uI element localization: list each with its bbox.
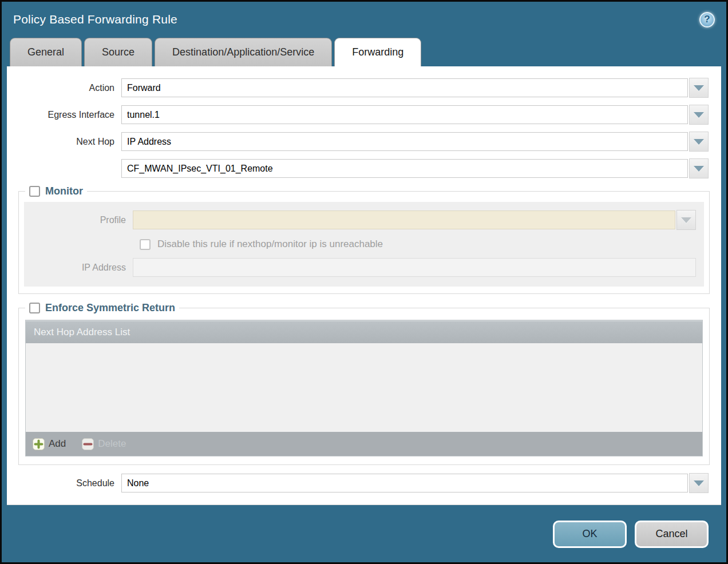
next-hop-type-value: IP Address <box>127 137 171 147</box>
chevron-down-icon <box>681 217 691 223</box>
next-hop-address-list-header: Next Hop Address List <box>26 320 702 343</box>
schedule-value: None <box>127 478 149 488</box>
schedule-input[interactable]: None <box>121 474 688 492</box>
chevron-down-icon <box>694 166 704 172</box>
tab-general[interactable]: General <box>10 38 82 66</box>
enforce-symmetric-return-fieldset: Enforce Symmetric Return Next Hop Addres… <box>18 302 710 465</box>
delete-button: Delete <box>82 438 126 450</box>
monitor-checkbox[interactable] <box>29 186 40 197</box>
egress-interface-dropdown-button[interactable] <box>689 105 709 125</box>
egress-interface-value: tunnel.1 <box>127 110 160 120</box>
enforce-symmetric-return-legend: Enforce Symmetric Return <box>25 302 179 314</box>
next-hop-row: Next Hop IP Address <box>7 132 709 152</box>
next-hop-address-list-header-label: Next Hop Address List <box>34 327 130 338</box>
schedule-dropdown-button[interactable] <box>689 473 709 493</box>
monitor-ip-address-input <box>133 258 696 277</box>
next-hop-address-list-toolbar: Add Delete <box>26 432 702 456</box>
next-hop-type-input[interactable]: IP Address <box>121 132 688 151</box>
cancel-button[interactable]: Cancel <box>635 521 709 548</box>
next-hop-address-input[interactable]: CF_MWAN_IPsec_VTI_01_Remote <box>121 159 688 178</box>
monitor-legend: Monitor <box>25 185 87 197</box>
next-hop-address-value: CF_MWAN_IPsec_VTI_01_Remote <box>127 164 273 174</box>
chevron-down-icon <box>694 85 704 91</box>
profile-input <box>133 210 675 229</box>
tab-source[interactable]: Source <box>84 38 152 66</box>
add-button-label: Add <box>49 438 66 450</box>
next-hop-address-list-body <box>26 343 702 432</box>
egress-interface-input[interactable]: tunnel.1 <box>121 105 688 124</box>
monitor-ip-address-row: IP Address <box>24 258 696 277</box>
disable-rule-row: Disable this rule if nexthop/monitor ip … <box>24 239 704 250</box>
add-button[interactable]: Add <box>33 438 66 450</box>
profile-row: Profile <box>24 210 696 230</box>
monitor-panel: Profile Disable this rule if nexthop/mon… <box>24 202 704 287</box>
monitor-fieldset: Monitor Profile Disable this rule if nex… <box>18 185 710 294</box>
schedule-row: Schedule None <box>7 473 709 493</box>
profile-label: Profile <box>24 215 133 225</box>
tab-bar: General Source Destination/Application/S… <box>2 37 726 66</box>
add-icon <box>33 438 45 450</box>
action-row: Action Forward <box>7 78 709 98</box>
egress-interface-label: Egress Interface <box>7 110 121 120</box>
dialog-footer: OK Cancel <box>2 506 726 562</box>
next-hop-label: Next Hop <box>7 137 121 147</box>
action-value: Forward <box>127 83 161 93</box>
chevron-down-icon <box>694 139 704 145</box>
delete-icon <box>82 438 94 450</box>
disable-rule-label: Disable this rule if nexthop/monitor ip … <box>157 239 383 250</box>
next-hop-dropdown-button[interactable] <box>689 132 709 152</box>
forwarding-tab-panel: Action Forward Egress Interface tunnel.1… <box>7 66 721 505</box>
enforce-symmetric-return-checkbox[interactable] <box>29 303 40 313</box>
schedule-label: Schedule <box>7 478 121 488</box>
ok-button[interactable]: OK <box>553 521 627 548</box>
monitor-legend-label: Monitor <box>45 185 83 197</box>
disable-rule-checkbox <box>140 239 151 250</box>
action-label: Action <box>7 83 121 93</box>
next-hop-address-row: CF_MWAN_IPsec_VTI_01_Remote <box>7 158 709 178</box>
chevron-down-icon <box>694 112 704 118</box>
enforce-symmetric-return-legend-label: Enforce Symmetric Return <box>45 302 175 314</box>
monitor-ip-address-label: IP Address <box>24 263 133 273</box>
help-icon[interactable]: ? <box>699 12 715 27</box>
profile-dropdown-button <box>676 210 696 230</box>
tab-destination-application-service[interactable]: Destination/Application/Service <box>155 38 332 66</box>
tab-forwarding[interactable]: Forwarding <box>334 38 421 66</box>
action-dropdown-button[interactable] <box>689 78 709 98</box>
action-input[interactable]: Forward <box>121 78 688 97</box>
chevron-down-icon <box>694 480 704 486</box>
egress-interface-row: Egress Interface tunnel.1 <box>7 105 709 125</box>
dialog-titlebar: Policy Based Forwarding Rule ? <box>2 2 726 37</box>
next-hop-address-list-table: Next Hop Address List Add Delete <box>25 320 703 456</box>
next-hop-address-dropdown-button[interactable] <box>689 158 709 178</box>
delete-button-label: Delete <box>98 438 126 450</box>
dialog-title: Policy Based Forwarding Rule <box>13 13 177 26</box>
